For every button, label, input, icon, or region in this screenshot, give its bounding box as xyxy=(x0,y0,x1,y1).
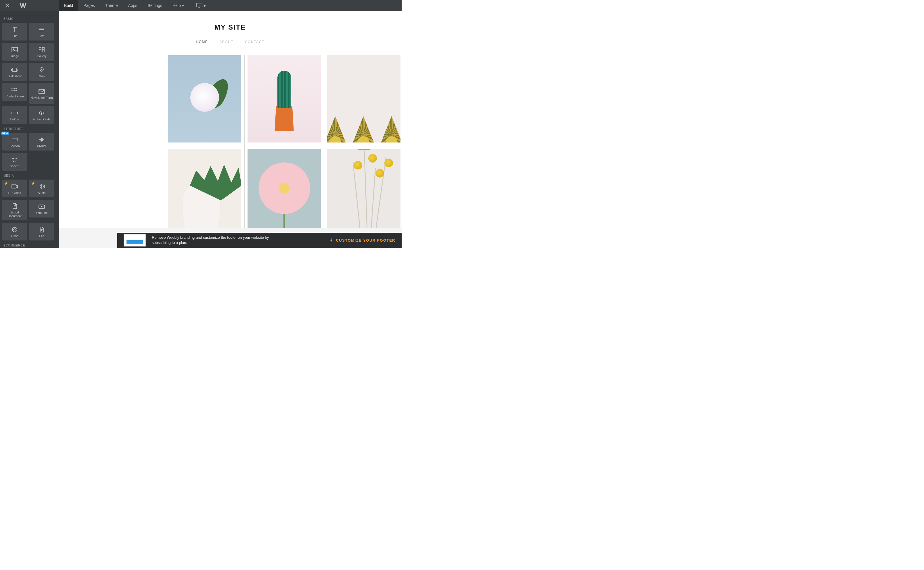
topbar: Build Pages Theme Apps Settings Help▾ ▾ xyxy=(0,0,402,11)
file-icon xyxy=(38,225,45,234)
weebly-logo[interactable] xyxy=(14,3,32,8)
sidebar-heading-ecommerce: ECOMMERCE xyxy=(0,241,59,248)
device-preview-button[interactable]: ▾ xyxy=(196,3,206,8)
element-label: Text xyxy=(38,34,45,38)
element-file[interactable]: File xyxy=(29,223,54,241)
customize-footer-button[interactable]: CUSTOMIZE YOUR FOOTER xyxy=(330,238,395,242)
hd-video-icon xyxy=(11,182,18,190)
element-slideshow[interactable]: Slideshow xyxy=(2,63,27,81)
tab-help[interactable]: Help▾ xyxy=(167,0,189,11)
weebly-logo-icon xyxy=(20,3,26,8)
lightning-icon xyxy=(330,238,333,242)
element-gallery[interactable]: Gallery xyxy=(29,43,54,61)
gallery-image-selected[interactable]: ↗ ✕ xyxy=(327,149,401,228)
map-icon xyxy=(38,66,45,74)
elements-sidebar[interactable]: BASIC Title Text Image Gallery xyxy=(0,11,59,248)
newsletter-icon xyxy=(38,87,45,95)
element-label: Audio xyxy=(37,191,47,195)
svg-rect-0 xyxy=(196,3,202,7)
element-text[interactable]: Text xyxy=(29,23,54,40)
nav-item-home[interactable]: HOME xyxy=(196,40,208,44)
element-contact-form[interactable]: Contact Form xyxy=(2,83,27,101)
button-icon xyxy=(11,109,18,117)
selection-outline: ↗ ✕ xyxy=(327,149,401,228)
element-label: YouTube xyxy=(34,211,49,215)
scribd-icon xyxy=(11,202,18,210)
spacer-icon xyxy=(11,156,18,164)
sidebar-heading-media: MEDIA xyxy=(0,171,59,179)
element-label: Flash xyxy=(10,234,20,238)
contact-form-icon xyxy=(11,86,18,94)
element-embed-code[interactable]: Embed Code xyxy=(29,106,54,124)
title-icon xyxy=(11,26,18,34)
topbar-tabs: Build Pages Theme Apps Settings Help▾ xyxy=(59,0,189,11)
site-title[interactable]: MY SITE xyxy=(215,23,246,31)
footer-upgrade-banner: Remove Weebly branding and customize the… xyxy=(117,233,402,248)
element-label: Map xyxy=(38,74,46,78)
close-button[interactable] xyxy=(0,0,14,11)
close-handle-icon[interactable]: ✕ xyxy=(399,149,401,150)
editor-canvas[interactable]: MY SITE HOME ABOUT CONTACT xyxy=(59,11,402,248)
caret-down-icon: ▾ xyxy=(204,3,206,8)
flash-icon xyxy=(11,225,18,234)
tab-theme[interactable]: Theme xyxy=(100,0,123,11)
drag-handle[interactable] xyxy=(358,149,370,150)
element-title[interactable]: Title xyxy=(2,23,27,40)
element-scribd[interactable]: Scribd Document xyxy=(2,200,27,221)
tab-label: Settings xyxy=(147,3,162,8)
svg-rect-10 xyxy=(12,88,14,89)
nav-item-about[interactable]: ABOUT xyxy=(219,40,233,44)
svg-point-9 xyxy=(41,69,42,70)
site-preview: MY SITE HOME ABOUT CONTACT xyxy=(59,11,402,228)
image-gallery[interactable]: ↗ ✕ xyxy=(168,55,402,228)
element-map[interactable]: Map xyxy=(29,63,54,81)
element-label: Title xyxy=(11,34,18,38)
tab-build[interactable]: Build xyxy=(59,0,78,11)
svg-rect-5 xyxy=(39,50,41,52)
element-label: Contact Form xyxy=(4,95,25,98)
svg-rect-3 xyxy=(39,48,41,49)
element-button[interactable]: Button xyxy=(2,106,27,124)
element-newsletter-form[interactable]: Newsletter Form xyxy=(29,83,54,104)
slideshow-icon xyxy=(11,66,18,74)
tab-label: Build xyxy=(64,3,73,8)
footer-banner-message: Remove Weebly branding and customize the… xyxy=(152,235,275,245)
tab-label: Pages xyxy=(83,3,95,8)
svg-rect-4 xyxy=(42,48,44,49)
cta-label: CUSTOMIZE YOUR FOOTER xyxy=(336,238,395,242)
element-spacer[interactable]: Spacer xyxy=(2,153,27,171)
nav-item-contact[interactable]: CONTACT xyxy=(245,40,264,44)
element-label: Gallery xyxy=(36,54,48,58)
element-label: HD Video xyxy=(7,191,22,195)
column-divider xyxy=(324,55,324,228)
tab-settings[interactable]: Settings xyxy=(142,0,167,11)
close-icon xyxy=(5,3,9,8)
element-label: Button xyxy=(9,118,20,121)
gallery-image[interactable] xyxy=(247,149,321,228)
site-header[interactable]: MY SITE HOME ABOUT CONTACT xyxy=(59,11,402,48)
gallery-image[interactable] xyxy=(247,55,321,142)
element-image[interactable]: Image xyxy=(2,43,27,61)
gallery-image[interactable] xyxy=(168,55,241,142)
svg-rect-1 xyxy=(12,48,17,52)
gallery-image[interactable] xyxy=(168,149,241,228)
move-handle-icon[interactable]: ↗ xyxy=(327,149,328,150)
element-hd-video[interactable]: ⚡ HD Video xyxy=(2,179,27,198)
section-icon xyxy=(11,136,18,144)
tab-apps[interactable]: Apps xyxy=(123,0,142,11)
element-divider[interactable]: Divider xyxy=(29,133,54,150)
element-flash[interactable]: Flash xyxy=(2,223,27,241)
lightning-icon: ⚡ xyxy=(4,181,8,185)
element-audio[interactable]: ⚡ Audio xyxy=(29,179,54,198)
gallery-image[interactable] xyxy=(327,55,401,142)
youtube-icon xyxy=(38,202,45,211)
svg-rect-14 xyxy=(12,138,17,141)
element-section[interactable]: NEW Section xyxy=(2,133,27,150)
element-youtube[interactable]: YouTube xyxy=(29,200,54,218)
element-label: File xyxy=(38,234,45,238)
footer-preview-thumbnail xyxy=(124,234,146,247)
text-icon xyxy=(38,26,45,34)
caret-down-icon: ▾ xyxy=(182,3,184,8)
svg-point-17 xyxy=(12,227,17,232)
tab-pages[interactable]: Pages xyxy=(78,0,100,11)
